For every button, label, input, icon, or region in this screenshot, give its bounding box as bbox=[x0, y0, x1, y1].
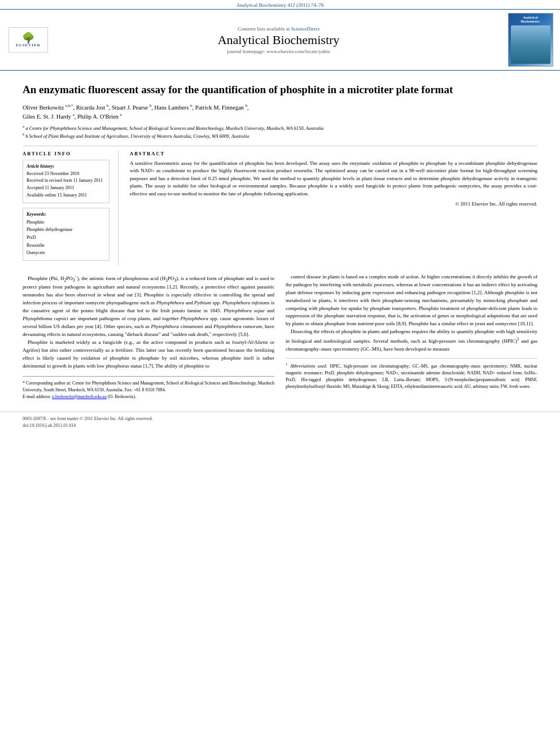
journal-title: Analytical Biochemistry bbox=[218, 33, 340, 47]
email-link[interactable]: o.berkowitz@murdoch.edu.au bbox=[52, 394, 107, 399]
keyword-5: Oomycete bbox=[27, 249, 106, 257]
keywords-list: Phosphite Phosphite dehydrogenase PtxD R… bbox=[27, 219, 106, 257]
body-paragraph-2: Phosphite is marketed widely as a fungic… bbox=[23, 339, 274, 370]
copyright-notice: © 2011 Elsevier Inc. All rights reserved… bbox=[130, 201, 537, 207]
body-paragraph-1: Phosphite (Phi, H2PO3−), the anionic for… bbox=[23, 273, 274, 339]
revised-date: Received in revised form 11 January 2011 bbox=[27, 177, 106, 185]
abbreviations-footnote: 1 Abbreviations used: HPIC, high-pressur… bbox=[286, 358, 537, 390]
main-content: An enzymatic fluorescent assay for the q… bbox=[0, 71, 560, 406]
keyword-4: Resorufin bbox=[27, 242, 106, 250]
author-list: Oliver Berkowitz a,b,*, Ricarda Jost b, … bbox=[23, 103, 537, 121]
elsevier-brand: ELSEVIER bbox=[16, 43, 40, 47]
received-date: Received 23 November 2010 bbox=[27, 171, 106, 178]
sciencedirect-line: Contents lists available at ScienceDirec… bbox=[238, 26, 320, 32]
article-dates: Received 23 November 2010 Received in re… bbox=[27, 171, 106, 199]
journal-cover-image: AnalyticalBiochemistry bbox=[508, 13, 553, 67]
abstract-col: ABSTRACT A sensitive fluorometric assay … bbox=[130, 151, 537, 265]
body-section: Phosphite (Phi, H2PO3−), the anionic for… bbox=[23, 273, 537, 400]
email-label: E-mail address: bbox=[23, 394, 51, 399]
affiliations: a a Centre for Phytophthora Science and … bbox=[23, 124, 537, 139]
body-right-col: control disease in plants is based on a … bbox=[286, 273, 537, 400]
keyword-1: Phosphite bbox=[27, 219, 106, 226]
article-info-label: ARTICLE INFO bbox=[23, 151, 110, 156]
history-label: Article history: bbox=[27, 164, 106, 169]
journal-reference: Analytical Biochemistry 412 (2011) 74–78 bbox=[0, 0, 560, 9]
abstract-text: A sensitive fluorometric assay for the q… bbox=[130, 160, 537, 198]
body-paragraph-right-1: control disease in plants is based on a … bbox=[286, 273, 537, 329]
abbrev-superscript: 1 Abbreviations used: bbox=[286, 364, 330, 369]
cover-graphic bbox=[511, 25, 550, 64]
journal-title-area: Contents lists available at ScienceDirec… bbox=[56, 13, 501, 67]
tree-icon: 🌳 bbox=[22, 33, 34, 43]
article-info-col: ARTICLE INFO Article history: Received 2… bbox=[23, 151, 119, 265]
keywords-label: Keywords: bbox=[27, 212, 106, 217]
article-title: An enzymatic fluorescent assay for the q… bbox=[23, 83, 537, 97]
accepted-date: Accepted 11 January 2011 bbox=[27, 185, 106, 192]
cover-title: AnalyticalBiochemistry bbox=[521, 16, 540, 24]
issn-line: 0003-2697/$ – see front matter © 2011 El… bbox=[23, 416, 537, 422]
article-header: An enzymatic fluorescent assay for the q… bbox=[23, 83, 537, 140]
journal-ref-text: Analytical Biochemistry 412 (2011) 74–78 bbox=[237, 2, 324, 8]
footnote-corresponding: * Corresponding author at: Centre for Ph… bbox=[23, 380, 274, 400]
abstract-label: ABSTRACT bbox=[130, 151, 537, 156]
article-history-box: Article history: Received 23 November 20… bbox=[23, 160, 110, 203]
journal-cover-area: AnalyticalBiochemistry bbox=[506, 13, 554, 67]
elsevier-logo-area: 🌳 ELSEVIER bbox=[6, 13, 51, 67]
journal-header: 🌳 ELSEVIER Contents lists available at S… bbox=[0, 9, 560, 71]
sciencedirect-link[interactable]: ScienceDirect bbox=[291, 26, 320, 32]
keyword-3: PtxD bbox=[27, 234, 106, 242]
body-left-col: Phosphite (Phi, H2PO3−), the anionic for… bbox=[23, 273, 274, 400]
doi-line: doi:10.1016/j.ab.2011.01.014 bbox=[23, 422, 537, 429]
bottom-bar: 0003-2697/$ – see front matter © 2011 El… bbox=[0, 412, 560, 433]
keyword-2: Phosphite dehydrogenase bbox=[27, 226, 106, 234]
body-paragraph-right-2: Dissecting the effects of phosphite in p… bbox=[286, 328, 537, 353]
keywords-box: Keywords: Phosphite Phosphite dehydrogen… bbox=[23, 208, 110, 261]
journal-homepage: journal homepage: www.elsevier.com/locat… bbox=[227, 49, 330, 54]
elsevier-logo: 🌳 ELSEVIER bbox=[8, 27, 48, 53]
section-divider bbox=[23, 146, 537, 146]
info-abstract-section: ARTICLE INFO Article history: Received 2… bbox=[23, 151, 537, 265]
email-person: (O. Berkowitz). bbox=[108, 394, 136, 399]
available-date: Available online 15 January 2011 bbox=[27, 192, 106, 199]
footnote-area: * Corresponding author at: Centre for Ph… bbox=[23, 376, 274, 400]
